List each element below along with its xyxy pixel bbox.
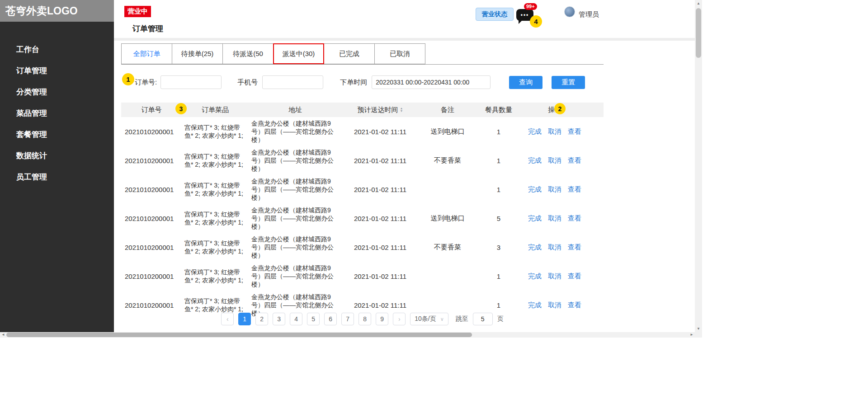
cell-tableware-qty: 1 [477, 128, 520, 136]
cell-tableware-qty: 3 [477, 244, 520, 251]
cell-dishes: 宫保鸡丁* 3; 红烧带鱼* 2; 农家小炒肉* 1; [182, 297, 249, 313]
tab-cancelled[interactable]: 已取消 [374, 43, 425, 64]
order-no-label: 订单号: [135, 78, 157, 87]
cell-actions: 完成 取消 查看 [520, 301, 589, 310]
cell-remark: 不要香菜 [418, 156, 477, 165]
next-page-button[interactable]: › [393, 313, 406, 325]
cell-dishes: 宫保鸡丁* 3; 红烧带鱼* 2; 农家小炒肉* 1; [182, 210, 249, 226]
tab-pending-accept[interactable]: 待接单(25) [172, 43, 223, 64]
column-header-tableware-qty: 餐具数量 [477, 106, 520, 114]
cell-tableware-qty: 1 [477, 186, 520, 193]
sidebar-item-combo-management[interactable]: 套餐管理 [0, 124, 114, 145]
app-window: 苍穹外卖LOGO 工作台 订单管理 分类管理 菜品管理 套餐管理 数据统计 员工… [0, 0, 868, 413]
annotation-1: 1 [122, 73, 134, 85]
cell-order-no: 2021010200001 [121, 186, 182, 193]
search-button[interactable]: 查询 [509, 76, 542, 89]
cancel-link[interactable]: 取消 [548, 156, 561, 165]
sidebar-item-employee-management[interactable]: 员工管理 [0, 166, 114, 188]
scroll-up-icon[interactable]: ▲ [695, 1, 702, 5]
sidebar: 苍穹外卖LOGO 工作台 订单管理 分类管理 菜品管理 套餐管理 数据统计 员工… [0, 0, 114, 332]
tab-delivering[interactable]: 派送中(30) [273, 43, 324, 64]
view-link[interactable]: 查看 [568, 243, 581, 252]
scroll-right-icon[interactable]: ► [690, 333, 693, 337]
reset-button[interactable]: 重置 [552, 76, 585, 89]
page-unit-label: 页 [497, 315, 504, 323]
table-row: 2021010200001 宫保鸡丁* 3; 红烧带鱼* 2; 农家小炒肉* 1… [121, 175, 604, 204]
app-logo: 苍穹外卖LOGO [0, 0, 114, 22]
tab-completed[interactable]: 已完成 [324, 43, 375, 64]
scroll-down-icon[interactable]: ▼ [695, 327, 702, 331]
prev-page-button[interactable]: ‹ [221, 313, 234, 325]
annotation-4: 4 [530, 15, 542, 28]
page-button-1[interactable]: 1 [238, 313, 251, 325]
cell-order-no: 2021010200001 [121, 301, 182, 309]
sidebar-item-statistics[interactable]: 数据统计 [0, 145, 114, 166]
avatar[interactable] [564, 6, 575, 17]
sort-desc-icon[interactable]: ▼ [400, 110, 403, 113]
complete-link[interactable]: 完成 [528, 243, 542, 252]
notification-icon[interactable]: ••• 99+ 4 [516, 9, 533, 21]
tab-all-orders[interactable]: 全部订单 [121, 43, 172, 64]
order-time-input[interactable] [372, 75, 491, 89]
phone-input[interactable] [262, 75, 323, 89]
business-open-badge: 营业中 [124, 6, 151, 17]
view-link[interactable]: 查看 [568, 301, 581, 310]
cell-remark: 送到电梯口 [418, 127, 477, 136]
page-button-8[interactable]: 8 [359, 313, 371, 325]
annotation-2: 2 [554, 103, 566, 114]
jump-page-input[interactable] [473, 313, 493, 325]
cancel-link[interactable]: 取消 [548, 185, 561, 194]
complete-link[interactable]: 完成 [528, 272, 542, 281]
horizontal-scrollbar[interactable]: ◄ ► [0, 332, 695, 338]
cancel-link[interactable]: 取消 [548, 127, 561, 136]
sidebar-item-category-management[interactable]: 分类管理 [0, 81, 114, 103]
cell-remark: 送到电梯口 [418, 214, 477, 223]
cell-address: 金燕龙办公楼（建材城西路9号）四层（——宾馆北侧办公楼） [249, 264, 342, 288]
cancel-link[interactable]: 取消 [548, 243, 561, 252]
order-no-input[interactable] [160, 75, 222, 89]
page-button-2[interactable]: 2 [255, 313, 268, 325]
scroll-left-icon[interactable]: ◄ [1, 333, 5, 337]
cancel-link[interactable]: 取消 [548, 272, 561, 281]
page-size-select[interactable]: 10条/页 ∨ [410, 313, 448, 325]
page-button-7[interactable]: 7 [341, 313, 354, 325]
view-link[interactable]: 查看 [568, 156, 581, 165]
jump-to-label: 跳至 [456, 315, 468, 323]
tab-pending-dispatch[interactable]: 待派送(50 [222, 43, 274, 64]
vertical-scrollbar-thumb[interactable] [696, 8, 701, 58]
view-link[interactable]: 查看 [568, 185, 581, 194]
page-button-3[interactable]: 3 [273, 313, 285, 325]
complete-link[interactable]: 完成 [528, 156, 542, 165]
table-row: 2021010200001 宫保鸡丁* 3; 红烧带鱼* 2; 农家小炒肉* 1… [121, 233, 604, 262]
business-status-button[interactable]: 营业状态 [476, 8, 514, 21]
complete-link[interactable]: 完成 [528, 214, 542, 223]
filter-bar: 订单号: 手机号 下单时间 查询 重置 [121, 70, 604, 94]
cell-actions: 完成 取消 查看 [520, 156, 589, 165]
table-row: 2021010200001 宫保鸡丁* 3; 红烧带鱼* 2; 农家小炒肉* 1… [121, 146, 604, 175]
page-button-4[interactable]: 4 [290, 313, 302, 325]
cell-delivery-time: 2021-01-02 11:11 [342, 157, 418, 164]
sidebar-item-workbench[interactable]: 工作台 [0, 39, 114, 60]
order-management-panel: 全部订单 待接单(25) 待派送(50 派送中(30) 已完成 已取消 订单号:… [121, 41, 604, 329]
sidebar-item-dish-management[interactable]: 菜品管理 [0, 103, 114, 124]
cell-delivery-time: 2021-01-02 11:11 [342, 272, 418, 280]
page-button-5[interactable]: 5 [307, 313, 320, 325]
horizontal-scrollbar-thumb[interactable] [6, 333, 472, 337]
complete-link[interactable]: 完成 [528, 301, 542, 310]
sort-icon[interactable]: ▲▼ [400, 107, 403, 113]
cell-actions: 完成 取消 查看 [520, 127, 589, 136]
view-link[interactable]: 查看 [568, 214, 581, 223]
complete-link[interactable]: 完成 [528, 127, 542, 136]
complete-link[interactable]: 完成 [528, 185, 542, 194]
view-link[interactable]: 查看 [568, 272, 581, 281]
chevron-down-icon: ∨ [440, 316, 444, 322]
cell-actions: 完成 取消 查看 [520, 272, 589, 281]
view-link[interactable]: 查看 [568, 127, 581, 136]
column-header-delivery-time[interactable]: 预计送达时间 ▲▼ [342, 106, 418, 114]
cancel-link[interactable]: 取消 [548, 214, 561, 223]
cancel-link[interactable]: 取消 [548, 301, 561, 310]
page-button-9[interactable]: 9 [376, 313, 388, 325]
page-button-6[interactable]: 6 [324, 313, 337, 325]
vertical-scrollbar[interactable]: ▲ ▼ [695, 0, 702, 332]
sidebar-item-order-management[interactable]: 订单管理 [0, 60, 114, 81]
